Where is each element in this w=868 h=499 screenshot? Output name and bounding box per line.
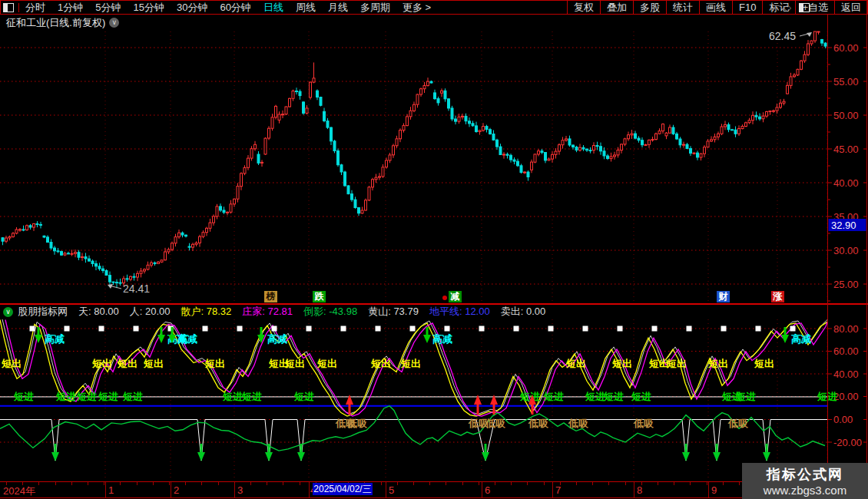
period-item-4[interactable]: 30分钟: [171, 2, 214, 13]
top-toolbar: 分时1分钟5分钟15分钟30分钟60分钟日线周线月线多周期更多 > 复权叠加多股…: [0, 0, 868, 15]
svg-text:短进: 短进: [631, 391, 651, 402]
indicator-field-6: 地平线: 12.00: [429, 306, 490, 317]
svg-text:短进: 短进: [543, 391, 564, 402]
svg-text:短出: 短出: [117, 358, 137, 369]
indicator-field-4: 倒影: -43.98: [303, 306, 357, 317]
right-border: [866, 0, 867, 499]
main-candlestick-chart[interactable]: 60.0055.0050.0045.0040.0035.0030.0025.00…: [0, 0, 868, 499]
svg-text:25.00: 25.00: [833, 279, 859, 290]
svg-text:短出: 短出: [204, 358, 225, 369]
svg-text:短出: 短出: [143, 358, 164, 369]
svg-text:短出: 短出: [648, 358, 669, 369]
svg-text:30.00: 30.00: [833, 245, 859, 256]
chart-badge-1[interactable]: 跌: [313, 291, 326, 302]
period-menu: 分时1分钟5分钟15分钟30分钟60分钟日线周线月线多周期更多 >: [1, 1, 567, 14]
period-item-6[interactable]: 日线: [257, 2, 290, 13]
svg-text:短进: 短进: [76, 391, 97, 402]
svg-text:低吸: 低吸: [568, 418, 589, 429]
month-label-0: 1: [108, 484, 114, 496]
svg-text:50.00: 50.00: [833, 110, 859, 121]
tool-item-0[interactable]: 复权: [568, 1, 600, 14]
watermark-title: 指标公式网: [742, 465, 868, 484]
svg-text:短进: 短进: [519, 391, 540, 402]
indicator-source: 股朋指标网: [18, 305, 68, 319]
svg-text:短进: 短进: [55, 391, 76, 402]
svg-text:60.00: 60.00: [833, 42, 859, 54]
watermark-url: www.zbgs3.com: [742, 484, 868, 497]
svg-text:高减: 高减: [791, 333, 811, 345]
month-label-5: 6: [485, 484, 490, 496]
badge-dot: [442, 296, 447, 300]
svg-text:高减: 高减: [45, 333, 65, 345]
time-axis: 2024年 123456789 2025/04/02/三: [0, 481, 868, 498]
svg-text:短出: 短出: [370, 358, 391, 369]
chart-badge-3[interactable]: 财: [717, 291, 730, 302]
chart-badge-0[interactable]: 榜: [264, 291, 277, 302]
svg-text:短出: 短出: [565, 358, 586, 369]
period-item-10[interactable]: 更多 >: [396, 2, 437, 13]
svg-text:低吸: 低吸: [528, 418, 549, 429]
tool-item-1[interactable]: 叠加: [601, 1, 633, 14]
chart-badge-4[interactable]: 涨: [771, 291, 784, 302]
title-bar: 征和工业(日线.前复权) ∨: [0, 15, 868, 31]
indicator-collapse-icon[interactable]: ∨: [3, 307, 13, 317]
trading-app-window: 60.0055.0050.0045.0040.0035.0030.0025.00…: [0, 0, 868, 499]
tool-item-5[interactable]: F10: [733, 1, 762, 14]
indicator-field-1: 人: 20.00: [130, 306, 171, 317]
svg-text:短出: 短出: [91, 358, 112, 369]
period-item-1[interactable]: 1分钟: [51, 2, 89, 13]
high-annotation: 62.45: [769, 30, 812, 42]
tool-item-2[interactable]: 多股: [634, 1, 666, 14]
svg-text:短出: 短出: [707, 358, 728, 369]
svg-text:24.41: 24.41: [123, 283, 150, 295]
svg-text:短出: 短出: [611, 358, 632, 369]
tool-item-8[interactable]: 返回: [835, 1, 867, 14]
svg-text:低吸: 低吸: [633, 418, 654, 429]
indicator-field-0: 天: 80.00: [78, 306, 119, 317]
period-item-3[interactable]: 15分钟: [127, 2, 170, 13]
year-label: 2024年: [3, 484, 35, 498]
month-label-8: 9: [711, 484, 717, 496]
period-item-7[interactable]: 周线: [290, 2, 322, 13]
period-item-8[interactable]: 月线: [322, 2, 354, 13]
svg-text:短进: 短进: [293, 391, 314, 402]
svg-text:短出: 短出: [754, 358, 774, 369]
svg-text:高减: 高减: [432, 333, 452, 345]
svg-text:短进: 短进: [98, 391, 118, 402]
daoying-line: [0, 406, 825, 451]
tool-item-3[interactable]: 统计: [667, 1, 699, 14]
svg-text:高减: 高减: [267, 333, 287, 345]
price-axis-line: [827, 15, 828, 497]
svg-text:32.90: 32.90: [831, 220, 856, 231]
svg-text:40.00: 40.00: [833, 177, 859, 189]
month-label-4: 5: [389, 484, 394, 496]
indicator-field-7: 卖出: 0.00: [501, 306, 546, 317]
period-item-5[interactable]: 60分钟: [214, 2, 257, 13]
month-label-6: 7: [555, 484, 561, 496]
svg-text:短出: 短出: [666, 358, 687, 369]
tool-item-4[interactable]: 画线: [700, 1, 732, 14]
svg-text:55.00: 55.00: [833, 76, 859, 88]
svg-text:短进: 短进: [603, 391, 624, 402]
svg-text:低吸: 低吸: [485, 418, 506, 429]
month-label-2: 3: [237, 484, 243, 496]
svg-text:0.00: 0.00: [833, 414, 853, 425]
indicator-field-2: 散户: 78.32: [181, 306, 232, 317]
svg-text:短进: 短进: [13, 391, 34, 402]
bottom-sell-arrows: [51, 444, 770, 461]
month-label-7: 8: [637, 484, 642, 496]
window-split-icon[interactable]: [799, 3, 810, 12]
short-exit-labels: 短出短出短出短出短出短出短出短出短出短出短出短出短出短出短出短出: [1, 358, 774, 369]
svg-text:60.00: 60.00: [833, 345, 859, 357]
cursor-date-box: 2025/04/02/三: [313, 483, 373, 495]
indicator-header: ∨ 股朋指标网 天: 80.00人: 20.00散户: 78.32庄家: 72.…: [0, 305, 868, 319]
svg-text:短进: 短进: [222, 391, 243, 402]
diamond-icon[interactable]: ◇: [784, 2, 791, 12]
period-item-2[interactable]: 5分钟: [89, 2, 127, 13]
chevron-down-icon[interactable]: ∨: [109, 18, 119, 28]
chart-badge-2[interactable]: 减: [449, 291, 462, 302]
period-item-9[interactable]: 多周期: [354, 2, 396, 13]
layout-split-icon[interactable]: [1, 3, 19, 12]
period-item-0[interactable]: 分时: [19, 2, 51, 13]
svg-text:-20.00: -20.00: [833, 437, 862, 448]
